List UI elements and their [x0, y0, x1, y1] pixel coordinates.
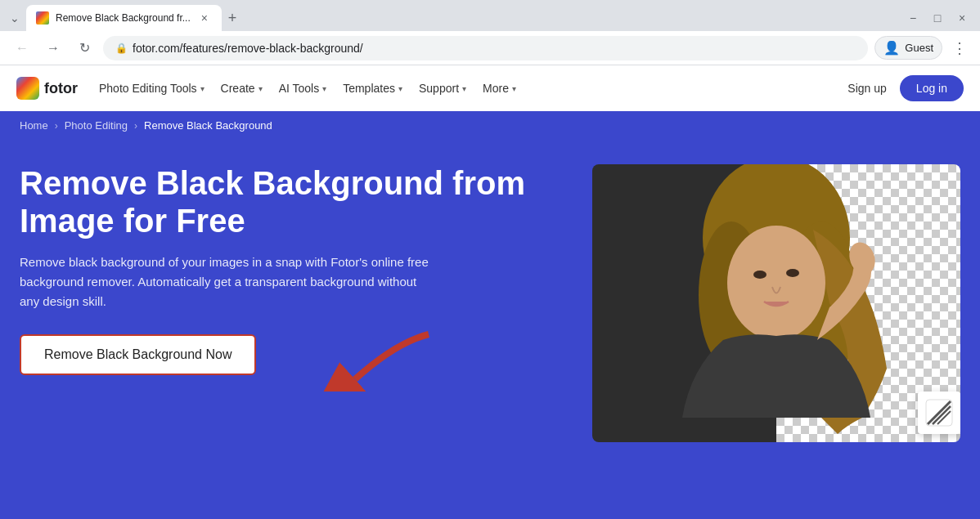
nav-item-create[interactable]: Create ▾ [213, 65, 271, 111]
logo-text: fotor [44, 80, 78, 97]
login-button[interactable]: Log in [900, 75, 964, 101]
hero-title: Remove Black Background from Image for F… [20, 164, 560, 239]
back-button[interactable]: ← [10, 36, 34, 60]
minimize-button[interactable]: − [901, 7, 924, 29]
nav-create-label: Create [221, 82, 255, 95]
url-bar[interactable]: 🔒 fotor.com/features/remove-black-backgr… [103, 36, 868, 60]
tab-close-button[interactable]: × [197, 11, 212, 25]
url-text: fotor.com/features/remove-black-backgrou… [133, 42, 363, 55]
watermark-icon [924, 398, 954, 427]
browser-chrome: ⌄ Remove Black Background fr... × + − □ … [0, 0, 980, 65]
breadcrumb-sep-1: › [55, 120, 58, 132]
close-window-button[interactable]: × [951, 7, 973, 29]
reload-button[interactable]: ↻ [72, 36, 97, 60]
breadcrumb-photo-editing[interactable]: Photo Editing [65, 119, 128, 132]
nav-item-templates[interactable]: Templates ▾ [335, 65, 411, 111]
cta-wrapper: Remove Black Background Now [20, 334, 256, 375]
nav-item-support[interactable]: Support ▾ [411, 65, 474, 111]
woman-image [592, 164, 960, 442]
watermark-badge [918, 391, 960, 434]
signup-button[interactable]: Sign up [834, 75, 899, 101]
nav-create-chevron: ▾ [258, 84, 263, 93]
breadcrumb: Home › Photo Editing › Remove Black Back… [0, 111, 980, 140]
nav-ai-tools-chevron: ▾ [322, 84, 326, 93]
active-tab[interactable]: Remove Black Background fr... × [26, 5, 222, 31]
arrow-pointer [290, 326, 437, 395]
svg-point-5 [727, 226, 825, 340]
nav-photo-editing-label: Photo Editing Tools [99, 82, 197, 95]
window-controls: − □ × [901, 7, 973, 29]
nav-templates-chevron: ▾ [398, 84, 402, 93]
nav-more-label: More [483, 82, 509, 95]
profile-button[interactable]: 👤 Guest [874, 36, 942, 60]
breadcrumb-sep-2: › [134, 120, 137, 132]
svg-point-7 [786, 269, 799, 277]
breadcrumb-home[interactable]: Home [20, 119, 48, 132]
lock-icon: 🔒 [115, 43, 128, 54]
profile-icon: 👤 [883, 40, 900, 56]
nav-support-chevron: ▾ [462, 84, 466, 93]
hero-content: Remove Black Background from Image for F… [20, 156, 576, 517]
nav-templates-label: Templates [343, 82, 395, 95]
tab-favicon [36, 11, 49, 25]
tab-title: Remove Black Background fr... [56, 12, 191, 24]
nav-photo-editing-chevron: ▾ [200, 84, 205, 93]
tab-bar: ⌄ Remove Black Background fr... × + − □ … [0, 0, 980, 31]
nav-item-photo-editing[interactable]: Photo Editing Tools ▾ [91, 65, 213, 111]
maximize-button[interactable]: □ [926, 7, 949, 29]
new-tab-button[interactable]: + [225, 7, 241, 30]
hero-cta-button[interactable]: Remove Black Background Now [20, 334, 256, 375]
tab-list-button[interactable]: ⌄ [7, 8, 23, 28]
nav-ai-tools-label: AI Tools [279, 82, 320, 95]
hero-description: Remove black background of your images i… [20, 253, 429, 311]
nav-support-label: Support [419, 82, 459, 95]
hero-image-area [576, 156, 960, 517]
nav-item-ai-tools[interactable]: AI Tools ▾ [271, 65, 335, 111]
hero-image [592, 164, 960, 442]
main-nav: fotor Photo Editing Tools ▾ Create ▾ AI … [0, 65, 980, 111]
hero-section: Remove Black Background from Image for F… [0, 140, 980, 517]
website: fotor Photo Editing Tools ▾ Create ▾ AI … [0, 65, 980, 519]
svg-point-6 [753, 271, 766, 279]
nav-item-more[interactable]: More ▾ [474, 65, 524, 111]
logo[interactable]: fotor [16, 77, 78, 100]
breadcrumb-current: Remove Black Background [144, 119, 272, 132]
address-bar: ← → ↻ 🔒 fotor.com/features/remove-black-… [0, 31, 980, 65]
forward-button[interactable]: → [41, 36, 65, 60]
logo-icon [16, 77, 39, 100]
nav-more-chevron: ▾ [512, 84, 516, 93]
profile-label: Guest [905, 42, 933, 54]
browser-menu-button[interactable]: ⋮ [949, 36, 970, 60]
